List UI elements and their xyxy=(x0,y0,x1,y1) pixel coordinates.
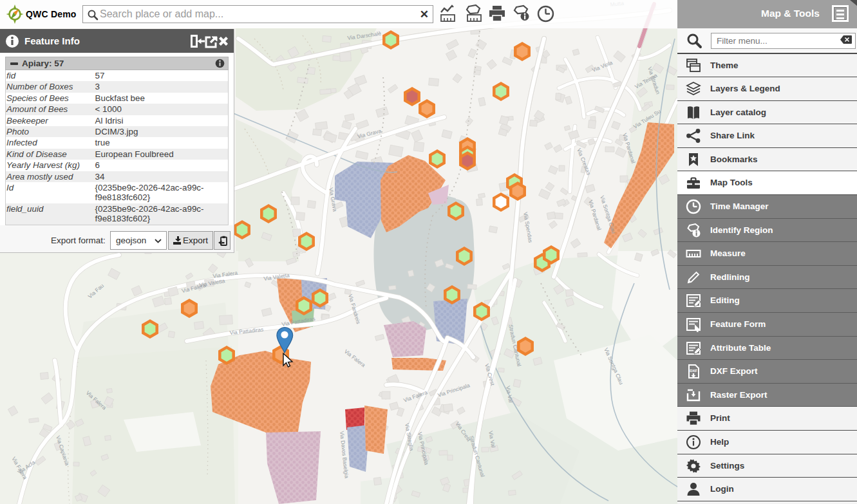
svg-text:DXF: DXF xyxy=(690,369,697,373)
